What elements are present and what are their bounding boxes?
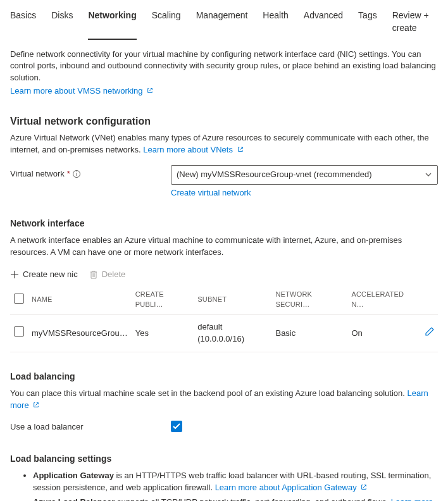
vnet-learn-more-link[interactable]: Learn more about VNets [143,145,243,154]
table-row: myVMSSResourceGrou… Yes default (10.0.0.… [10,315,438,352]
external-link-icon [147,87,153,94]
use-lb-checkbox[interactable] [171,421,182,432]
delete-nic-button[interactable]: Delete [89,269,126,281]
use-lb-label: Use a load balancer [10,421,171,433]
cell-nsg: Basic [271,315,347,352]
vnet-section-title: Virtual network configuration [10,114,438,128]
edit-icon[interactable] [425,327,434,336]
tab-health[interactable]: Health [263,5,288,40]
col-name: NAME [28,285,132,314]
cell-name: myVMSSResourceGrou… [28,315,132,352]
external-link-icon [237,146,244,152]
chevron-down-icon [425,171,432,178]
vnet-select[interactable]: (New) myVMSSResourceGroup-vnet (recommen… [171,165,438,185]
col-subnet: SUBNET [194,285,271,314]
plus-icon [10,270,19,279]
external-link-icon [361,484,367,490]
tab-basics[interactable]: Basics [10,5,36,40]
select-all-checkbox[interactable] [14,294,24,304]
check-icon [173,423,180,430]
info-icon[interactable]: i [73,170,80,178]
col-create-public: CREATE PUBLI… [132,285,194,314]
lb-settings-title: Load balancing settings [10,452,438,465]
nic-table: NAME CREATE PUBLI… SUBNET NETWORK SECURI… [10,285,438,352]
col-nsg: NETWORK SECURI… [271,285,347,314]
intro-link[interactable]: Learn more about VMSS networking [10,86,153,96]
nic-section-title: Network interface [10,217,438,230]
tab-management[interactable]: Management [196,5,248,40]
tab-disks[interactable]: Disks [51,5,73,40]
external-link-icon [33,402,39,408]
tabs-bar: Basics Disks Networking Scaling Manageme… [10,5,438,40]
cell-create-pub: Yes [132,315,194,352]
vnet-desc: Azure Virtual Network (VNet) enables man… [10,132,438,156]
create-vnet-link[interactable]: Create virtual network [171,187,251,199]
nic-desc: A network interface enables an Azure vir… [10,235,438,259]
row-checkbox[interactable] [14,326,24,337]
lb-section-title: Load balancing [10,370,438,383]
appgw-learn-more-link[interactable]: Learn more about Application Gateway [215,483,368,492]
cell-accel: On [347,315,420,352]
tab-advanced[interactable]: Advanced [304,5,343,40]
intro-text: Define network connectivity for your vir… [10,49,438,85]
tab-networking[interactable]: Networking [88,5,136,40]
col-accel: ACCELERATED N… [347,285,420,314]
tab-review-create[interactable]: Review + create [392,5,438,40]
cell-subnet: default (10.0.0.0/16) [194,315,271,352]
vnet-label: Virtual network * i [10,165,171,180]
tab-scaling[interactable]: Scaling [152,5,181,40]
trash-icon [89,270,98,279]
lb-desc: You can place this virtual machine scale… [10,388,438,412]
list-item: Application Gateway is an HTTP/HTTPS web… [33,470,438,494]
list-item: Azure Load Balancer supports all TCP/UDP… [33,497,438,501]
create-nic-button[interactable]: Create new nic [10,269,78,281]
required-indicator: * [67,168,70,180]
tab-tags[interactable]: Tags [358,5,377,40]
lb-bullets: Application Gateway is an HTTP/HTTPS web… [33,470,438,501]
